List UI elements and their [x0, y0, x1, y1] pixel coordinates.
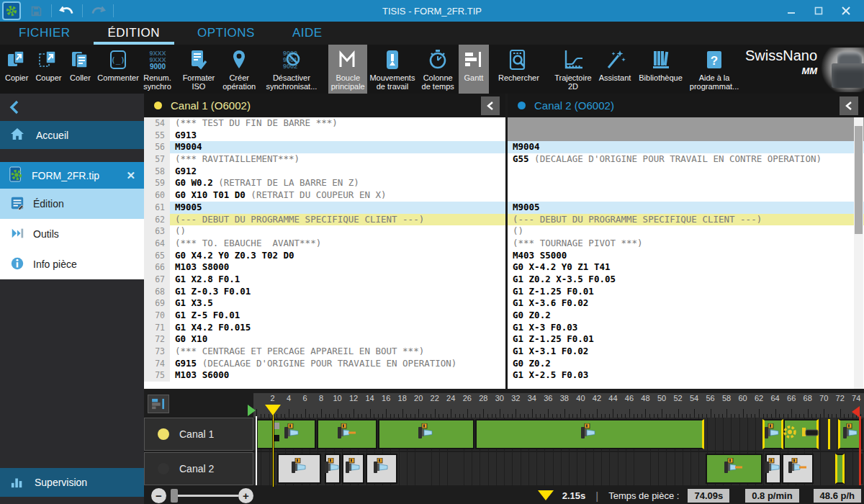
code-line[interactable]: [508, 130, 864, 142]
gantt-time-ruler[interactable]: 2468101214161820222426283032343638404244…: [253, 393, 864, 418]
code-line[interactable]: G1 X-2.5 F0.03: [508, 369, 864, 382]
code-line[interactable]: G1 X-3.6 F0.02: [508, 297, 864, 310]
gantt-view-icon[interactable]: [148, 395, 169, 413]
gantt-operation-bar[interactable]: [325, 454, 341, 484]
code-line[interactable]: 56M9004: [144, 141, 505, 153]
code-line[interactable]: 63(): [144, 225, 505, 238]
end-marker-icon[interactable]: [852, 406, 860, 418]
start-marker-icon[interactable]: [248, 405, 256, 416]
gantt-operation-bar[interactable]: [762, 419, 783, 449]
aide-la-programmat-button[interactable]: ?Aide à la programmat...: [683, 45, 745, 94]
zoom-in-button[interactable]: +: [238, 488, 253, 503]
code-line[interactable]: G1 Z0.2 X-3.5 F0.05: [508, 274, 864, 286]
code-line[interactable]: 67G1 X2.8 F0.1: [144, 274, 505, 286]
gantt-row-label-canal-1[interactable]: Canal 1: [144, 418, 253, 451]
code-line[interactable]: G0 X-4.2 Y0 Z1 T41: [508, 261, 864, 274]
mouvements-de-travail-button[interactable]: Mouvements de travail: [367, 45, 417, 94]
formater-iso-button[interactable]: Formater ISO: [179, 45, 217, 94]
gantt-operation-bar[interactable]: [277, 454, 321, 484]
code-line[interactable]: G1 Z-1.25 F0.01: [508, 333, 864, 346]
code-line[interactable]: [508, 166, 864, 178]
code-line[interactable]: 74G915 (DECALAGE D'ORIGINE POUR TRAVAILE…: [144, 358, 505, 370]
gantt-operation-bar[interactable]: [366, 454, 397, 484]
zoom-out-button[interactable]: −: [151, 488, 166, 503]
sidebar-item-outils[interactable]: Outils: [0, 219, 144, 249]
canal2-scrollbar-thumb[interactable]: [855, 126, 863, 234]
menu-options[interactable]: OPTIONS: [179, 22, 274, 45]
gantt-track-canal-1[interactable]: [253, 418, 864, 451]
code-line[interactable]: 54(*** TEST DU FIN DE BARRE ***): [144, 117, 505, 130]
code-line[interactable]: 69G1 X3.5: [144, 297, 505, 310]
code-line[interactable]: G0 Z0.2: [508, 310, 864, 322]
code-line[interactable]: 64(*** TO. EBAUCHE AVANT***): [144, 238, 505, 250]
code-line[interactable]: (*** TOURNAGE PIVOT ***): [508, 238, 864, 250]
code-line[interactable]: M9005: [508, 202, 864, 214]
coller-button[interactable]: Coller: [65, 45, 95, 94]
renum-synchro-button[interactable]: 9XXX9XXX9000Renum. synchro: [135, 45, 180, 94]
file-tab[interactable]: FORM_2FR.tip ✕: [0, 162, 144, 189]
code-line[interactable]: M403 S5000: [508, 250, 864, 262]
gantt-operation-bar[interactable]: [342, 454, 364, 484]
code-line[interactable]: G1 X-3.1 F0.02: [508, 346, 864, 358]
canal2-collapse-button[interactable]: [840, 96, 858, 115]
code-line[interactable]: 58G912: [144, 166, 505, 178]
canal1-collapse-button[interactable]: [481, 96, 500, 115]
commenter-button[interactable]: (_)Commenter: [101, 45, 135, 94]
gantt-operation-bar[interactable]: [706, 454, 762, 484]
code-line[interactable]: (--- DEBUT DU PROGRAMME SPECIFIQUE CLIEN…: [508, 214, 864, 226]
gantt-operation-bar[interactable]: [475, 419, 704, 449]
gantt-button[interactable]: Gantt: [459, 45, 489, 94]
code-line[interactable]: G1 X-3 F0.03: [508, 322, 864, 334]
gantt-operation-bar[interactable]: [835, 454, 845, 484]
code-line[interactable]: 66M103 S8000: [144, 261, 505, 274]
code-line[interactable]: 73(*** CENTRAGE ET PERCAGE APPAREIL EN B…: [144, 346, 505, 358]
gantt-track-canal-2[interactable]: [253, 452, 864, 485]
code-line[interactable]: 71G1 X4.2 F0.015: [144, 322, 505, 334]
sidebar-item--dition[interactable]: Édition: [0, 189, 144, 219]
maximize-button[interactable]: [805, 0, 832, 22]
code-line[interactable]: 68G1 Z-0.3 F0.01: [144, 286, 505, 298]
menu-fichier[interactable]: FICHIER: [0, 22, 89, 45]
gantt-operation-bar[interactable]: [828, 419, 830, 449]
gantt-operation-bar[interactable]: [256, 419, 316, 449]
menu-édition[interactable]: ÉDITION: [89, 22, 179, 45]
code-line[interactable]: G55 (DECALAGE D'ORIGINE POUR TRAVAIL EN …: [508, 153, 864, 166]
code-line[interactable]: 62(--- DEBUT DU PROGRAMME SPECIFIQUE CLI…: [144, 214, 505, 226]
code-line[interactable]: 72G0 X10: [144, 333, 505, 346]
code-line[interactable]: (): [508, 225, 864, 238]
close-button[interactable]: [832, 0, 860, 22]
code-line[interactable]: 59G0 W0.2 (RETRAIT DE LA BARRE EN Z): [144, 177, 505, 189]
biblioth-que-button[interactable]: Bibliothèque: [638, 45, 683, 94]
code-line[interactable]: 55G913: [144, 130, 505, 142]
sidebar-item-info-pi-ce[interactable]: Info pièce: [0, 249, 144, 279]
sidebar-item-accueil[interactable]: Accueil: [0, 121, 144, 149]
zoom-slider-track[interactable]: [178, 495, 238, 497]
cr-er-op-ration-button[interactable]: Créer opération: [217, 45, 260, 94]
gantt-operation-bar[interactable]: [782, 454, 814, 484]
gantt-row-label-canal-2[interactable]: Canal 2: [144, 452, 253, 485]
code-line[interactable]: 60G0 X10 T01 D0 (RETRAIT DU COUPEUR EN X…: [144, 189, 505, 202]
gantt-operation-bar[interactable]: [378, 419, 474, 449]
time-cursor-marker-icon[interactable]: [265, 405, 281, 415]
menu-aide[interactable]: AIDE: [274, 22, 341, 45]
gantt-operation-bar[interactable]: [317, 419, 377, 449]
code-line[interactable]: [508, 117, 864, 130]
code-line[interactable]: 75M103 S6000: [144, 369, 505, 382]
close-file-icon[interactable]: ✕: [126, 169, 135, 182]
colonne-de-temps-button[interactable]: Colonne de temps: [417, 45, 459, 94]
assistant-button[interactable]: Assistant: [598, 45, 632, 94]
copier-button[interactable]: Copier: [1, 45, 32, 94]
zoom-slider-handle[interactable]: [171, 489, 178, 503]
code-line[interactable]: G0 Z0.2: [508, 358, 864, 370]
code-line[interactable]: [508, 189, 864, 202]
canal1-code-editor[interactable]: 54(*** TEST DU FIN DE BARRE ***)55G91356…: [144, 117, 505, 389]
canal2-scrollbar[interactable]: [854, 117, 863, 389]
code-line[interactable]: 57(*** RAVITAILLEMENT***): [144, 153, 505, 166]
minimize-button[interactable]: [778, 0, 805, 22]
code-line[interactable]: [508, 177, 864, 189]
code-line[interactable]: 70G1 Z-5 F0.01: [144, 310, 505, 322]
code-line[interactable]: 65G0 X4.2 Y0 Z0.3 T02 D0: [144, 250, 505, 262]
couper-button[interactable]: Couper: [32, 45, 65, 94]
sidebar-item-supervision[interactable]: Supervision: [0, 468, 144, 497]
boucle-principale-button[interactable]: Boucle principale: [328, 45, 368, 94]
